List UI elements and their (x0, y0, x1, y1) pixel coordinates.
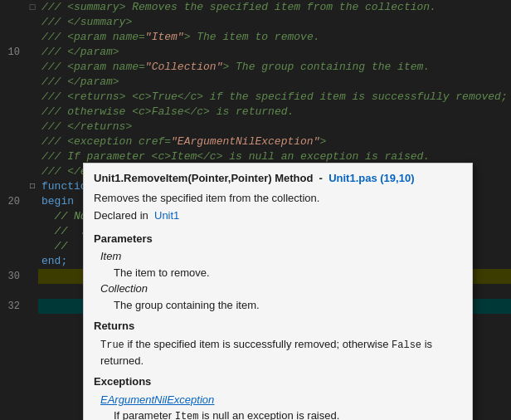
line-number: 20 (0, 194, 27, 209)
line-content: /// <param name="Collection"> The group … (38, 60, 511, 75)
tooltip-exception-name-link[interactable]: EArgumentNilException (100, 393, 214, 406)
tooltip-exception-desc: If parameter Item is null an exception i… (114, 408, 462, 420)
code-line: /// <returns> <c>True</c> if the specifi… (0, 90, 511, 105)
line-content: /// <summary> Removes the specified item… (38, 0, 511, 15)
line-content: /// </param> (38, 45, 511, 60)
code-line: □ /// <summary> Removes the specified it… (0, 0, 511, 15)
tooltip-exception-link[interactable]: EArgumentNilException (100, 392, 462, 408)
tooltip-parameters-heading: Parameters (94, 231, 462, 247)
tooltip-exceptions-heading: Exceptions (94, 374, 462, 390)
code-line: /// <param name="Item"> The item to remo… (0, 30, 511, 45)
line-content: /// <exception cref="EArgumentNilExcepti… (38, 134, 511, 149)
line-number: 30 (0, 269, 27, 284)
code-line: /// otherwise <c>False</c> is returned. (0, 105, 511, 120)
editor-area: □ /// <summary> Removes the specified it… (0, 0, 511, 420)
line-number: 32 (0, 299, 27, 314)
code-line: /// <exception cref="EArgumentNilExcepti… (0, 134, 511, 149)
line-gutter: □ (27, 0, 38, 15)
tooltip-param-collection-desc: The group containing the item. (114, 297, 462, 314)
tooltip-popup: Unit1.RemoveItem(Pointer,Pointer) Method… (83, 163, 473, 420)
line-content: /// <returns> <c>True</c> if the specifi… (38, 90, 511, 105)
tooltip-param-collection-name: Collection (100, 281, 462, 297)
code-line: /// </param> (0, 75, 511, 90)
tooltip-declared: Declared in Unit1 (94, 208, 462, 224)
tooltip-declared-link[interactable]: Unit1 (154, 209, 179, 222)
line-number: 10 (0, 45, 27, 60)
tooltip-returns-heading: Returns (94, 318, 462, 335)
tooltip-method-name: Unit1.RemoveItem(Pointer,Pointer) Method (94, 172, 313, 184)
tooltip-param-item-name: Item (100, 248, 462, 265)
line-content: /// </returns> (38, 120, 511, 134)
code-line: /// </summary> (0, 15, 511, 30)
tooltip-param-item-desc: The item to remove. (114, 265, 462, 281)
tooltip-declared-label: Declared in (94, 209, 148, 222)
tooltip-title: Unit1.RemoveItem(Pointer,Pointer) Method… (94, 170, 462, 187)
line-content: /// </param> (38, 75, 511, 90)
tooltip-source-link[interactable]: Unit1.pas (19,10) (328, 172, 414, 184)
line-gutter: □ (27, 179, 38, 194)
code-line: 10 /// </param> (0, 45, 511, 60)
tooltip-returns-text: True if the specified item is successful… (100, 336, 462, 369)
code-line: /// </returns> (0, 120, 511, 134)
line-content: /// <param name="Item"> The item to remo… (38, 30, 511, 45)
line-content: /// </summary> (38, 15, 511, 30)
code-line: /// <param name="Collection"> The group … (0, 60, 511, 75)
line-content: /// otherwise <c>False</c> is returned. (38, 105, 511, 120)
tooltip-description: Removes the specified item from the coll… (94, 190, 462, 207)
